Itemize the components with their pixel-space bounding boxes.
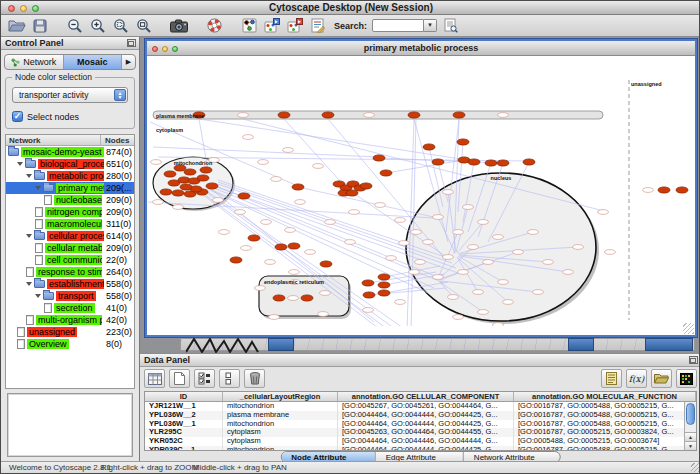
graph-node[interactable] xyxy=(320,261,332,267)
graph-node[interactable] xyxy=(160,189,172,195)
graph-node-label[interactable] xyxy=(289,270,300,275)
graph-node[interactable] xyxy=(172,190,184,196)
zoom-out-icon[interactable] xyxy=(66,17,84,35)
tree-row[interactable]: metabolic process280(0) xyxy=(6,170,134,182)
unselect-all-attributes-icon[interactable] xyxy=(219,369,240,388)
graph-node-label[interactable] xyxy=(318,312,329,317)
network-canvas[interactable]: plasma membrane cytoplasm mitochondrion … xyxy=(147,56,695,335)
graph-node-label[interactable] xyxy=(503,300,514,305)
graph-node-label[interactable] xyxy=(241,246,252,251)
tree-row[interactable]: macromolecule311(0) xyxy=(6,218,134,230)
graph-node-label[interactable] xyxy=(478,310,489,315)
graph-node-label[interactable] xyxy=(271,177,282,182)
graph-node-label[interactable] xyxy=(423,240,434,245)
graph-node-label[interactable] xyxy=(153,200,164,205)
save-icon[interactable] xyxy=(31,17,49,35)
select-all-attributes-icon[interactable] xyxy=(194,369,215,388)
expand-arrow-icon[interactable] xyxy=(26,174,32,178)
close-icon[interactable] xyxy=(8,5,15,12)
graph-node[interactable] xyxy=(197,175,209,181)
graph-node-label[interactable] xyxy=(598,210,609,215)
graph-node-label[interactable] xyxy=(533,290,544,295)
graph-node-label[interactable] xyxy=(528,230,539,235)
graph-node[interactable] xyxy=(380,170,392,176)
graph-node[interactable] xyxy=(378,290,390,296)
search-input[interactable] xyxy=(372,19,424,32)
graph-node[interactable] xyxy=(288,243,300,249)
table-row[interactable]: YPL036W__2plasma membrane[GO:0044464, GO… xyxy=(145,411,696,420)
graph-node-label[interactable] xyxy=(498,113,509,118)
graph-node[interactable] xyxy=(485,160,497,166)
graph-node-label[interactable] xyxy=(151,160,162,165)
graph-node[interactable] xyxy=(278,112,290,118)
table-row[interactable]: YLR295Ccytoplasm[GO:0045263, GO:0044464,… xyxy=(145,428,696,437)
background-window-tab[interactable] xyxy=(268,338,294,351)
graph-node-label[interactable] xyxy=(364,113,375,118)
delete-attribute-icon[interactable] xyxy=(244,369,265,388)
tree-row[interactable]: response to stimulu264(0) xyxy=(6,266,134,278)
tree-row[interactable]: nitrogen compo209(0) xyxy=(6,206,134,218)
graph-node[interactable] xyxy=(373,155,385,161)
table-row[interactable]: YJR121W__1mitochondrion[GO:0045267, GO:0… xyxy=(145,402,696,411)
canvas-resize-grip[interactable] xyxy=(683,323,694,334)
graph-node-label[interactable] xyxy=(285,228,296,233)
graph-node[interactable] xyxy=(363,292,375,298)
graph-node-label[interactable] xyxy=(269,315,280,320)
graph-node-label[interactable] xyxy=(238,113,249,118)
graph-node-label[interactable] xyxy=(458,270,469,275)
tree-row[interactable]: mosaic-demo-yeast874(0) xyxy=(6,146,134,158)
graph-node-label[interactable] xyxy=(473,290,484,295)
graph-node-label[interactable] xyxy=(643,188,654,193)
graph-node-label[interactable] xyxy=(563,270,574,275)
tree-row[interactable]: establishment of lo558(0) xyxy=(6,278,134,290)
expand-arrow-icon[interactable] xyxy=(26,282,32,286)
help-icon[interactable] xyxy=(205,17,223,35)
graph-node-label[interactable] xyxy=(255,286,266,291)
graph-node-label[interactable] xyxy=(375,203,386,208)
col-region[interactable]: _cellularLayoutRegion xyxy=(223,392,338,401)
tree-row[interactable]: nucleobase-209(0) xyxy=(6,194,134,206)
expand-arrow-icon[interactable] xyxy=(35,186,41,190)
col-id[interactable]: ID xyxy=(145,392,223,401)
graph-node[interactable] xyxy=(206,183,218,189)
graph-node-label[interactable] xyxy=(443,190,454,195)
import-attributes-icon[interactable] xyxy=(601,369,622,388)
graph-node-label[interactable] xyxy=(543,260,554,265)
zoom-fit-icon[interactable] xyxy=(135,17,153,35)
graph-node[interactable] xyxy=(408,112,420,118)
maximize-icon[interactable] xyxy=(32,5,39,12)
graph-node-label[interactable] xyxy=(213,198,224,203)
graph-node-label[interactable] xyxy=(513,250,524,255)
graph-node[interactable] xyxy=(200,167,212,173)
graph-node-label[interactable] xyxy=(235,210,246,215)
graph-node-label[interactable] xyxy=(313,164,324,169)
network-close-icon[interactable] xyxy=(152,46,158,52)
float-data-panel-icon[interactable] xyxy=(689,356,698,364)
network-minimize-icon[interactable] xyxy=(162,46,168,52)
network-maximize-icon[interactable] xyxy=(172,46,178,52)
formula-builder-icon[interactable]: f(x) xyxy=(626,369,647,388)
graph-node[interactable] xyxy=(378,274,390,280)
graph-node-label[interactable] xyxy=(498,280,509,285)
window-resize-grip[interactable] xyxy=(691,463,700,472)
graph-node[interactable] xyxy=(453,112,465,118)
tree-col-nodes[interactable]: Nodes xyxy=(101,135,134,145)
graph-node-label[interactable] xyxy=(349,210,360,215)
graph-node[interactable] xyxy=(273,295,285,301)
graph-node[interactable] xyxy=(497,160,509,166)
search-dropdown-icon[interactable]: ▼ xyxy=(424,19,437,32)
graph-node-label[interactable] xyxy=(363,308,374,313)
tree-row[interactable]: multi-organism pro42(0) xyxy=(6,314,134,326)
graph-node[interactable] xyxy=(238,193,250,199)
graph-node[interactable] xyxy=(248,235,260,241)
graph-node-label[interactable] xyxy=(483,260,494,265)
plasma-membrane-region[interactable] xyxy=(153,111,603,119)
table-row[interactable]: YKR052Ccytoplasm[GO:0044464, GO:0044446,… xyxy=(145,437,696,446)
graph-node[interactable] xyxy=(423,144,435,150)
graph-node[interactable] xyxy=(275,244,287,250)
graph-node-label[interactable] xyxy=(605,250,616,255)
graph-node-label[interactable] xyxy=(573,245,584,250)
graph-node-label[interactable] xyxy=(243,135,254,140)
graph-node-label[interactable] xyxy=(261,220,272,225)
graph-node-label[interactable] xyxy=(443,255,454,260)
